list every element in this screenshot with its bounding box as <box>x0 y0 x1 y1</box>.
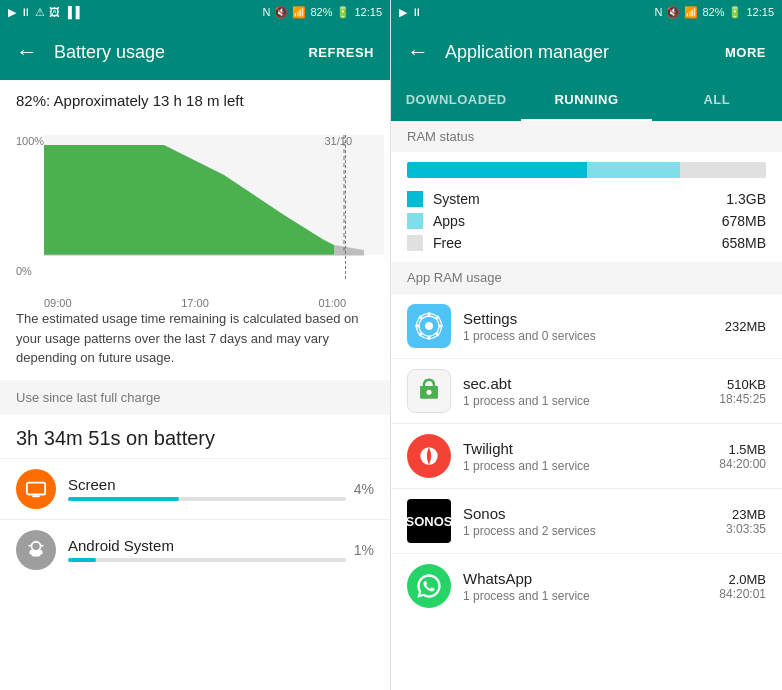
screen-name: Screen <box>68 476 346 493</box>
svg-rect-5 <box>27 482 45 494</box>
ram-label-free: Free <box>433 235 722 251</box>
ram-legend-system: System 1.3GB <box>407 188 766 210</box>
ram-color-apps <box>407 213 423 229</box>
ram-status-header: RAM status <box>391 121 782 152</box>
ram-bar-apps <box>587 162 680 178</box>
twilight-name: Twilight <box>463 440 719 457</box>
svg-rect-16 <box>428 392 429 395</box>
battery-title: Battery usage <box>54 42 308 63</box>
secabt-details: sec.abt 1 process and 1 service <box>463 375 719 408</box>
app-item-sonos[interactable]: SONOS Sonos 1 process and 2 services 23M… <box>391 488 782 553</box>
chart-x-end: 01:00 <box>318 297 346 309</box>
app-item-whatsapp[interactable]: WhatsApp 1 process and 1 service 2.0MB 8… <box>391 553 782 618</box>
usage-item-screen[interactable]: Screen 4% <box>0 458 390 519</box>
chart-label-3110: 31/10 <box>324 135 352 147</box>
twilight-sub: 1 process and 1 service <box>463 459 719 473</box>
battery-chart-svg <box>44 135 384 275</box>
time-left: 12:15 <box>354 6 382 18</box>
whatsapp-meta: 2.0MB 84:20:01 <box>719 572 766 601</box>
screen-percent: 4% <box>354 481 374 497</box>
pause-icon-r: ⏸ <box>411 6 422 18</box>
refresh-button[interactable]: REFRESH <box>308 45 374 60</box>
app-item-twilight[interactable]: Twilight 1 process and 1 service 1.5MB 8… <box>391 423 782 488</box>
battery-header: ← Battery usage REFRESH <box>0 24 390 80</box>
sonos-logo-text: SONOS <box>407 514 451 529</box>
sonos-name: Sonos <box>463 505 726 522</box>
back-button-right[interactable]: ← <box>407 39 429 65</box>
pause-icon: ⏸ <box>20 6 31 18</box>
battery-text-left: 82% <box>310 6 332 18</box>
chart-x-labels: 09:00 17:00 01:00 <box>16 297 374 309</box>
sonos-meta: 23MB 3:03:35 <box>726 507 766 536</box>
ram-value-free: 658MB <box>722 235 766 251</box>
app-manager-title: Application manager <box>445 42 725 63</box>
ram-label-apps: Apps <box>433 213 722 229</box>
status-icons-left: ▶ ⏸ ⚠ 🖼 ▐▐ <box>8 6 80 19</box>
alert-icon: ⚠ <box>35 6 45 19</box>
whatsapp-sub: 1 process and 1 service <box>463 589 719 603</box>
twilight-size: 1.5MB <box>719 442 766 457</box>
settings-size: 232MB <box>725 319 766 334</box>
settings-meta: 232MB <box>725 319 766 334</box>
on-battery-text: 3h 34m 51s on battery <box>0 415 390 458</box>
chart-y-100: 100% <box>16 135 44 147</box>
android-percent: 1% <box>354 542 374 558</box>
battery-panel: ▶ ⏸ ⚠ 🖼 ▐▐ N 🔇 📶 82% 🔋 12:15 ← Battery u… <box>0 0 391 690</box>
usage-item-android[interactable]: Android System 1% <box>0 519 390 580</box>
ram-bar-container <box>391 152 782 184</box>
ram-bar-system <box>407 162 587 178</box>
secabt-app-icon <box>407 369 451 413</box>
chart-x-mid: 17:00 <box>181 297 209 309</box>
android-bar-wrap <box>68 558 346 562</box>
ram-color-free <box>407 235 423 251</box>
app-item-settings[interactable]: Settings 1 process and 0 services 232MB <box>391 293 782 358</box>
screen-bar <box>68 497 179 501</box>
settings-app-icon <box>407 304 451 348</box>
svg-rect-11 <box>40 550 43 555</box>
bar-icon: ▐▐ <box>64 6 80 18</box>
mute-icon-r: 🔇 <box>666 6 680 19</box>
tab-downloaded[interactable]: DOWNLOADED <box>391 80 521 119</box>
settings-name: Settings <box>463 310 725 327</box>
whatsapp-size: 2.0MB <box>719 572 766 587</box>
play-icon: ▶ <box>8 6 16 19</box>
secabt-time: 18:45:25 <box>719 392 766 406</box>
status-icons-right-right: N 🔇 📶 82% 🔋 12:15 <box>654 6 774 19</box>
status-bar-right: ▶ ⏸ N 🔇 📶 82% 🔋 12:15 <box>391 0 782 24</box>
ram-bar-free <box>680 162 766 178</box>
chart-x-start: 09:00 <box>44 297 72 309</box>
sonos-size: 23MB <box>726 507 766 522</box>
status-icons-right-left: ▶ ⏸ <box>399 6 422 19</box>
secabt-sub: 1 process and 1 service <box>463 394 719 408</box>
battery-text-right: 82% <box>702 6 724 18</box>
whatsapp-name: WhatsApp <box>463 570 719 587</box>
play-icon-r: ▶ <box>399 6 407 19</box>
screen-icon <box>16 469 56 509</box>
twilight-app-icon <box>407 434 451 478</box>
chart-dashed-line <box>345 135 346 279</box>
signal-icon: N <box>262 6 270 18</box>
sonos-details: Sonos 1 process and 2 services <box>463 505 726 538</box>
battery-icon-right: 🔋 <box>728 6 742 19</box>
wifi-icon: 📶 <box>292 6 306 19</box>
android-bar <box>68 558 96 562</box>
android-name: Android System <box>68 537 346 554</box>
app-item-secabt[interactable]: sec.abt 1 process and 1 service 510KB 18… <box>391 358 782 423</box>
ram-legend: System 1.3GB Apps 678MB Free 658MB <box>391 184 782 262</box>
battery-description: The estimated usage time remaining is ca… <box>0 297 390 380</box>
battery-summary: 82%: Approximately 13 h 18 m left <box>0 80 390 117</box>
back-button-left[interactable]: ← <box>16 39 38 65</box>
mute-icon: 🔇 <box>274 6 288 19</box>
app-manager-tabs: DOWNLOADED RUNNING ALL <box>391 80 782 121</box>
more-button[interactable]: MORE <box>725 45 766 60</box>
screen-details: Screen <box>68 476 346 501</box>
whatsapp-details: WhatsApp 1 process and 1 service <box>463 570 719 603</box>
tab-all[interactable]: ALL <box>652 80 782 119</box>
chart-y-0: 0% <box>16 265 32 277</box>
image-icon: 🖼 <box>49 6 60 18</box>
tab-running[interactable]: RUNNING <box>521 80 651 119</box>
secabt-meta: 510KB 18:45:25 <box>719 377 766 406</box>
status-bar-left: ▶ ⏸ ⚠ 🖼 ▐▐ N 🔇 📶 82% 🔋 12:15 <box>0 0 390 24</box>
settings-details: Settings 1 process and 0 services <box>463 310 725 343</box>
sonos-time: 3:03:35 <box>726 522 766 536</box>
